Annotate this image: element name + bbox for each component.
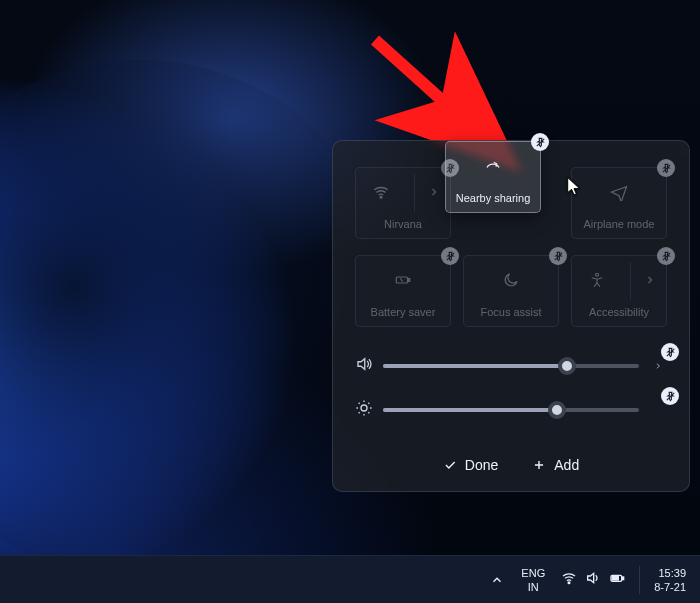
speaker-icon — [585, 570, 601, 589]
sun-icon — [355, 399, 373, 421]
svg-rect-17 — [613, 577, 619, 580]
chevron-right-icon[interactable] — [649, 359, 667, 373]
tile-accessibility[interactable]: Accessibility — [571, 255, 667, 327]
done-label: Done — [465, 457, 498, 473]
quick-settings-tiles: Nirvana Nearby sharing Airplane mode — [355, 167, 667, 327]
brightness-slider[interactable] — [383, 408, 639, 412]
wifi-icon — [561, 570, 577, 589]
taskbar: ENG IN 15:39 8-7-21 — [0, 555, 700, 603]
battery-saver-icon — [394, 271, 412, 291]
tile-battery-saver[interactable]: Battery saver — [355, 255, 451, 327]
brightness-slider-row — [355, 399, 667, 421]
svg-point-13 — [361, 405, 367, 411]
unpin-icon[interactable] — [657, 247, 675, 265]
taskbar-clock[interactable]: 15:39 8-7-21 — [648, 566, 692, 594]
unpin-icon[interactable] — [441, 247, 459, 265]
nearby-share-icon — [484, 157, 502, 177]
volume-slider[interactable] — [383, 364, 639, 368]
taskbar-divider — [639, 566, 640, 594]
edit-bottom-bar: Done Add — [355, 447, 667, 477]
svg-point-2 — [380, 196, 382, 198]
speaker-icon — [355, 355, 373, 377]
language-indicator[interactable]: ENG IN — [517, 566, 549, 594]
svg-point-10 — [596, 273, 599, 276]
unpin-icon[interactable] — [657, 159, 675, 177]
clock-date: 8-7-21 — [654, 580, 686, 594]
tile-label: Focus assist — [480, 306, 541, 318]
done-button[interactable]: Done — [443, 457, 498, 473]
mouse-cursor — [566, 176, 582, 202]
chevron-right-icon[interactable] — [644, 274, 656, 288]
battery-icon — [609, 570, 625, 589]
tile-nearby-sharing[interactable]: Nearby sharing — [445, 141, 541, 213]
quick-settings-flyout: Nirvana Nearby sharing Airplane mode — [332, 140, 690, 492]
accessibility-icon — [588, 271, 606, 291]
tile-airplane-mode[interactable]: Airplane mode — [571, 167, 667, 239]
tile-label: Battery saver — [371, 306, 436, 318]
moon-icon — [502, 271, 520, 291]
svg-rect-16 — [623, 577, 624, 580]
tile-label: Airplane mode — [584, 218, 655, 230]
check-icon — [443, 458, 457, 472]
tile-label: Nearby sharing — [456, 192, 531, 204]
tile-label: Nirvana — [384, 218, 422, 230]
lang-line2: IN — [521, 580, 545, 594]
add-button[interactable]: Add — [532, 457, 579, 473]
system-tray[interactable] — [555, 570, 631, 589]
chevron-up-icon — [490, 573, 504, 587]
svg-point-14 — [568, 582, 570, 584]
tile-label: Accessibility — [589, 306, 649, 318]
unpin-icon[interactable] — [661, 387, 679, 405]
tile-wifi[interactable]: Nirvana — [355, 167, 451, 239]
plus-icon — [532, 458, 546, 472]
tile-focus-assist[interactable]: Focus assist — [463, 255, 559, 327]
airplane-icon — [610, 183, 628, 203]
add-label: Add — [554, 457, 579, 473]
unpin-icon[interactable] — [549, 247, 567, 265]
volume-slider-row — [355, 355, 667, 377]
unpin-icon[interactable] — [661, 343, 679, 361]
clock-time: 15:39 — [654, 566, 686, 580]
lang-line1: ENG — [521, 566, 545, 580]
svg-rect-7 — [408, 279, 410, 282]
chevron-right-icon[interactable] — [428, 186, 440, 200]
tray-overflow-button[interactable] — [483, 556, 511, 604]
unpin-icon[interactable] — [531, 133, 549, 151]
wifi-icon — [372, 183, 390, 203]
